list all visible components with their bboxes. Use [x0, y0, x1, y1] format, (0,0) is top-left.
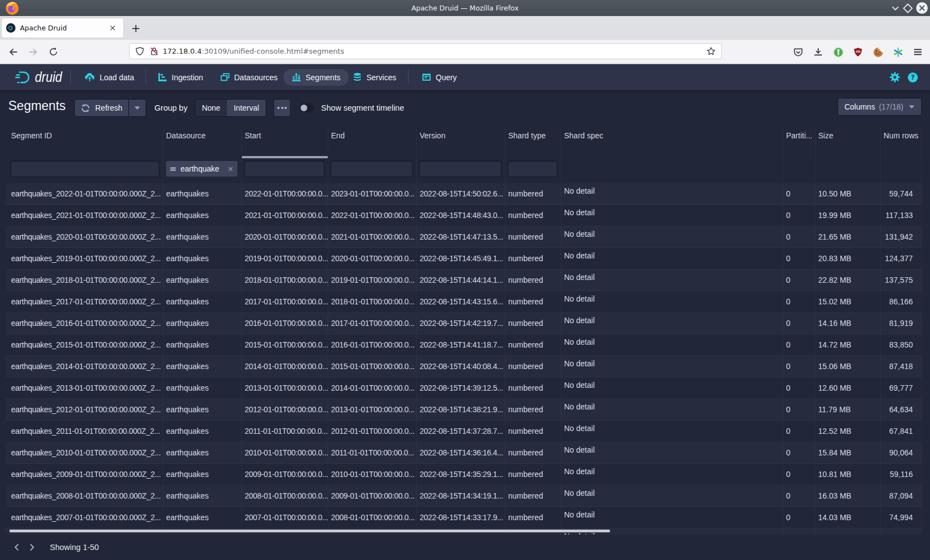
cell-start: 2019-01-01T00:00:00.0... — [242, 248, 328, 269]
table-row[interactable]: earthquakes_2020-01-01T00:00:00.000Z_2..… — [6, 226, 922, 248]
cell-shard-spec: No detail — [561, 291, 783, 312]
pocket-icon[interactable] — [790, 43, 806, 61]
table-row[interactable]: earthquakes_2019-01-01T00:00:00.000Z_2..… — [6, 248, 922, 269]
window-maximize-button[interactable] — [903, 3, 913, 13]
back-button[interactable] — [4, 43, 22, 61]
cell-version: 2022-08-15T14:41:18.7... — [417, 334, 505, 355]
cell-shard-type: numbered — [505, 269, 561, 291]
cell-datasource: earthquakes — [163, 485, 242, 506]
reload-button[interactable] — [44, 43, 62, 61]
column-header-shard-type[interactable]: Shard type — [505, 126, 561, 158]
column-header-start[interactable]: Start — [242, 126, 328, 158]
datasource-filter-tag[interactable]: earthquake — [166, 161, 237, 177]
table-row[interactable]: earthquakes_2015-01-01T00:00:00.000Z_2..… — [6, 334, 922, 356]
column-header-version[interactable]: Version — [417, 126, 505, 158]
ublock-icon[interactable]: UD — [850, 43, 866, 61]
version-filter-input[interactable] — [420, 161, 501, 177]
column-header-datasource[interactable]: Datasource — [163, 126, 242, 158]
cell-segment-id: earthquakes_2022-01-01T00:00:00.000Z_2..… — [6, 183, 163, 204]
cell-end: 2010-01-01T00:00:00.0... — [328, 464, 417, 485]
cell-num-rows: 117,133 — [881, 205, 922, 226]
pagination-bar: Showing 1-50 — [0, 535, 930, 560]
table-row[interactable]: earthquakes_2009-01-01T00:00:00.000Z_2..… — [6, 464, 922, 485]
nav-item-services[interactable]: Services — [344, 69, 405, 86]
table-row[interactable]: earthquakes_2022-01-01T00:00:00.000Z_2..… — [6, 183, 922, 205]
cell-version: 2022-08-15T14:34:19.1... — [417, 485, 505, 506]
extension-asterisk-icon[interactable] — [890, 43, 906, 61]
horizontal-scrollbar[interactable] — [9, 530, 610, 532]
nav-item-ingestion[interactable]: Ingestion — [149, 69, 211, 86]
column-header-end[interactable]: End — [328, 126, 417, 158]
start-filter-input[interactable] — [245, 161, 324, 177]
forward-button[interactable] — [24, 43, 42, 61]
cell-num-rows: 67,841 — [881, 421, 922, 442]
end-filter-input[interactable] — [331, 161, 412, 177]
table-row[interactable]: earthquakes_2018-01-01T00:00:00.000Z_2..… — [6, 269, 922, 291]
help-question-text: ? — [911, 74, 915, 81]
table-row[interactable]: earthquakes_2021-01-01T00:00:00.000Z_2..… — [6, 205, 922, 226]
column-header-shard-spec[interactable]: Shard spec — [561, 126, 783, 158]
cell-size: 14.16 MB — [815, 313, 881, 334]
column-header-num-rows[interactable]: Num rows — [881, 126, 922, 158]
cell-start: 2011-01-01T00:00:00.0... — [242, 421, 328, 442]
shard-type-filter-input[interactable] — [508, 161, 557, 177]
url-text: 172.18.0.4:30109/unified-console.html#se… — [163, 47, 344, 55]
refresh-label: Refresh — [95, 103, 122, 112]
table-row[interactable]: earthquakes_2008-01-01T00:00:00.000Z_2..… — [6, 485, 922, 507]
group-by-interval-button[interactable]: Interval — [227, 100, 266, 116]
cell-shard-spec: No detail — [561, 399, 783, 420]
tab-close-icon[interactable] — [106, 22, 119, 35]
group-by-none-button[interactable]: None — [195, 100, 227, 116]
druid-brand[interactable]: druid — [15, 69, 67, 86]
bookmark-star-icon[interactable] — [706, 46, 716, 56]
prev-page-button[interactable] — [10, 540, 24, 554]
column-header-size[interactable]: Size — [815, 126, 881, 158]
nav-item-segments[interactable]: Segments — [283, 69, 349, 86]
window-close-button[interactable] — [916, 2, 928, 14]
refresh-button[interactable]: Refresh — [75, 100, 128, 116]
window-minimize-button[interactable] — [891, 3, 900, 13]
column-header-partition[interactable]: Partiti... — [783, 126, 815, 158]
url-bar[interactable]: 172.18.0.4:30109/unified-console.html#se… — [129, 43, 722, 59]
refresh-dropdown-button[interactable] — [129, 100, 146, 116]
shield-icon[interactable] — [135, 46, 144, 56]
settings-gear-icon[interactable] — [890, 72, 900, 82]
browser-tab[interactable]: Apache Druid — [2, 18, 123, 38]
cell-datasource: earthquakes — [163, 226, 242, 247]
downloads-icon[interactable] — [810, 43, 826, 61]
cell-version: 2022-08-15T14:48:43.0... — [417, 205, 505, 226]
columns-button[interactable]: Columns (17/18) — [838, 98, 921, 115]
cell-size: 16.03 MB — [815, 485, 881, 506]
cell-shard-type: numbered — [505, 313, 561, 334]
new-tab-button[interactable] — [128, 20, 143, 36]
menu-hamburger-icon[interactable] — [910, 43, 926, 61]
next-page-button[interactable] — [24, 540, 39, 554]
table-row[interactable]: earthquakes_2013-01-01T00:00:00.000Z_2..… — [6, 377, 922, 399]
column-header-segment-id[interactable]: Segment ID — [6, 126, 163, 158]
nav-item-load-data[interactable]: Load data — [76, 69, 142, 86]
table-row[interactable]: earthquakes_2012-01-01T00:00:00.000Z_2..… — [6, 399, 922, 421]
table-row[interactable]: earthquakes_2016-01-01T00:00:00.000Z_2..… — [6, 313, 922, 334]
cookie-icon[interactable] — [870, 43, 886, 61]
nav-item-query[interactable]: Query — [414, 69, 465, 86]
greasemonkey-icon[interactable] — [830, 43, 846, 61]
insecure-lock-icon[interactable] — [149, 46, 159, 56]
cell-partition: 0 — [783, 291, 815, 312]
segment-id-filter-input[interactable] — [11, 161, 159, 177]
help-icon[interactable]: ? — [907, 72, 918, 83]
table-row[interactable]: earthquakes_2007-01-01T00:00:00.000Z_2..… — [6, 507, 922, 528]
nav-item-datasources[interactable]: Datasources — [212, 69, 286, 86]
table-row[interactable]: earthquakes_2017-01-01T00:00:00.000Z_2..… — [6, 291, 922, 313]
table-row[interactable]: earthquakes_2010-01-01T00:00:00.000Z_2..… — [6, 442, 922, 464]
cell-size: 12.52 MB — [815, 421, 881, 442]
cell-end: 2022-01-01T00:00:00.0... — [328, 205, 417, 226]
cell-datasource: earthquakes — [163, 183, 242, 204]
more-options-button[interactable] — [274, 100, 290, 116]
segment-timeline-toggle[interactable] — [299, 103, 314, 112]
cell-shard-spec: No detail — [561, 377, 783, 398]
table-row[interactable]: earthquakes_2014-01-01T00:00:00.000Z_2..… — [6, 356, 922, 377]
page-title: Segments — [8, 98, 66, 113]
tag-remove-icon[interactable] — [227, 165, 234, 173]
cell-shard-spec: No detail — [561, 507, 783, 528]
table-row[interactable]: earthquakes_2011-01-01T00:00:00.000Z_2..… — [6, 421, 922, 442]
